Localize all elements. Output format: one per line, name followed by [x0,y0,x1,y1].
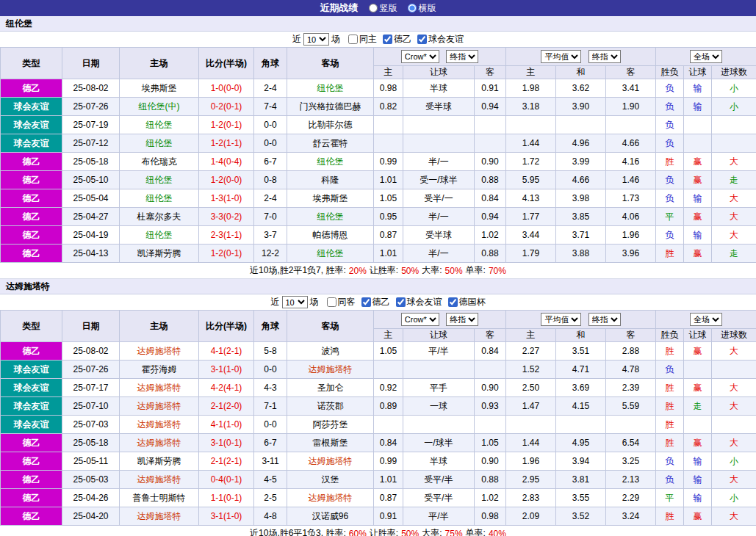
odds-away: 0.84 [475,189,506,208]
checkbox-input[interactable] [383,35,392,44]
result-outcome: 胜 [656,153,684,171]
fullmatch-select[interactable]: 全场 [690,50,722,63]
avg-source-select[interactable]: 平均值 [541,313,581,326]
avg-home: 3.18 [506,98,556,116]
odds-source-select[interactable]: Crow* [401,50,439,63]
corner-count: 7-1 [254,397,287,416]
checkbox-input[interactable] [448,297,458,307]
topbar: 近期战绩 竖版 横版 [0,0,756,16]
odds-home: 1.01 [374,171,403,189]
full-match-group: 全场 [656,48,756,66]
away-team: 达姆施塔特 [287,452,374,471]
filter-checkbox-德国杯[interactable]: 德国杯 [444,296,486,308]
odds-away: 0.90 [475,452,506,471]
filter-row: 近 10 场 同主德乙球会友谊 [0,32,756,47]
avg-source-select[interactable]: 平均值 [541,50,581,63]
layout-radio-horizontal[interactable]: 横版 [408,2,436,15]
result-goals: 小 [712,98,756,116]
result-handicap: 输 [684,226,712,245]
avg-final-select[interactable]: 终指 [588,50,621,63]
avg-draw [556,116,606,134]
col-avg-home: 主 [506,329,556,342]
recent-count-select[interactable]: 10 [303,33,329,46]
odds-handicap: 平/半 [403,342,475,361]
result-goals: 大 [712,434,756,452]
result-outcome: 胜 [656,397,684,416]
score-halftime: 3-3(0-2) [199,208,254,226]
odds-handicap: 半/一 [403,153,475,171]
score-halftime: 2-1(2-0) [199,397,254,416]
filter-checkbox-group: 同主德乙球会友谊 [342,33,464,46]
odds-source-select[interactable]: Crow* [401,313,439,326]
odds-away: 0.88 [475,245,506,263]
match-date: 25-07-10 [62,397,120,416]
score-halftime: 1-0(0-0) [199,79,254,98]
home-team: 纽伦堡 [120,189,199,208]
avg-draw: 3.71 [556,226,606,245]
odds-away: 0.91 [475,79,506,98]
col-avg-draw: 和 [556,329,606,342]
odds-away: 0.94 [475,208,506,226]
avg-draw: 3.98 [556,189,606,208]
result-handicap: 赢 [684,342,712,361]
horizontal-radio-input[interactable] [408,4,417,12]
checkbox-input[interactable] [417,35,427,44]
avg-home [506,116,556,134]
away-team: 比勒菲尔德 [287,116,374,134]
odds-away [475,416,506,434]
odds-final-select[interactable]: 终指 [446,50,478,63]
result-goals: 大 [712,342,756,361]
fullmatch-select[interactable]: 全场 [690,313,722,326]
corner-count: 2-4 [254,189,287,208]
checkbox-input[interactable] [348,35,358,44]
col-odds-handicap: 让球 [403,329,475,342]
score-halftime: 3-1(1-0) [199,507,254,526]
filter-checkbox-德乙[interactable]: 德乙 [357,296,390,308]
home-team: 凯泽斯劳腾 [120,245,199,263]
checkbox-input[interactable] [396,297,406,307]
filter-checkbox-球会友谊[interactable]: 球会友谊 [413,33,464,46]
score-halftime: 0-4(0-1) [199,471,254,489]
home-team: 纽伦堡 [120,226,199,245]
col-avg-home: 主 [506,66,556,79]
result-outcome: 负 [656,134,684,153]
match-row: 德乙25-04-19纽伦堡2-3(1-1)3-7帕德博恩0.87受半球1.023… [1,226,756,245]
team-name: 纽伦堡 [0,16,756,32]
avg-final-select[interactable]: 终指 [588,313,621,326]
match-type-badge: 德乙 [1,189,62,208]
odds-handicap: 受平/半 [403,489,475,507]
match-type-badge: 德乙 [1,471,62,489]
avg-home: 2.50 [506,379,556,397]
avg-draw: 3.85 [556,208,606,226]
avg-home: 1.96 [506,452,556,471]
vertical-radio-input[interactable] [369,4,378,12]
filter-checkbox-德乙[interactable]: 德乙 [378,33,411,46]
avg-draw: 3.94 [556,452,606,471]
checkbox-input[interactable] [361,297,371,307]
avg-away: 2.39 [606,379,656,397]
avg-home: 1.44 [506,434,556,452]
result-goals: 走 [712,245,756,263]
odds-final-select[interactable]: 终指 [446,313,478,326]
match-row: 球会友谊25-07-26霍芬海姆3-1(1-0)0-0达姆施塔特1.524.71… [1,361,756,379]
recent-count-select[interactable]: 10 [282,296,308,308]
col-score: 比分(半场) [199,311,254,342]
away-team: 纽伦堡 [287,79,374,98]
home-team: 达姆施塔特 [120,342,199,361]
checkbox-input[interactable] [327,297,336,307]
average-odds-group: 平均值 终指 [506,311,656,329]
avg-home: 2.09 [506,507,556,526]
filter-checkbox-同客[interactable]: 同客 [323,296,356,308]
odds-home: 0.82 [374,98,403,116]
odds-handicap: 半球 [403,79,475,98]
match-date: 25-07-03 [62,416,120,434]
layout-radio-vertical[interactable]: 竖版 [369,2,397,15]
score-halftime: 1-2(0-1) [199,245,254,263]
corner-count: 2-4 [254,79,287,98]
avg-away: 3.25 [606,452,656,471]
filter-checkbox-球会友谊[interactable]: 球会友谊 [392,296,442,308]
col-avg-draw: 和 [556,66,606,79]
filter-checkbox-同主[interactable]: 同主 [344,33,377,46]
match-row: 德乙25-04-27杜塞尔多夫3-3(0-2)7-0纽伦堡0.95半/一0.94… [1,208,756,226]
odds-handicap [403,416,475,434]
